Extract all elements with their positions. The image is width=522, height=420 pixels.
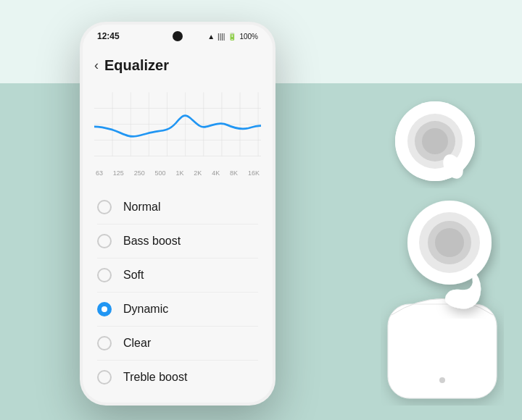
earbud-left bbox=[399, 188, 508, 319]
app-header: ‹ Equalizer bbox=[83, 48, 273, 83]
signal-icon: |||| bbox=[218, 33, 225, 41]
svg-point-17 bbox=[422, 128, 448, 154]
notch bbox=[173, 31, 183, 41]
status-time: 12:45 bbox=[97, 31, 120, 41]
eq-label-125: 125 bbox=[113, 169, 124, 177]
radio-clear[interactable] bbox=[97, 336, 112, 350]
option-bass-boost-label: Bass boost bbox=[123, 235, 181, 248]
option-treble-boost[interactable]: Treble boost bbox=[83, 361, 273, 394]
eq-label-500: 500 bbox=[155, 169, 166, 177]
radio-bass-boost[interactable] bbox=[97, 234, 112, 248]
eq-options: Normal Bass boost Soft Dynamic bbox=[83, 188, 273, 397]
option-normal[interactable]: Normal bbox=[83, 190, 273, 224]
radio-normal[interactable] bbox=[97, 200, 112, 214]
option-clear[interactable]: Clear bbox=[83, 327, 273, 360]
page-title: Equalizer bbox=[104, 57, 169, 74]
status-icons: ▲ |||| 🔋 100% bbox=[207, 33, 258, 41]
earbud-right bbox=[388, 94, 482, 188]
eq-chart bbox=[94, 88, 261, 168]
option-bass-boost[interactable]: Bass boost bbox=[83, 224, 273, 258]
option-dynamic-label: Dynamic bbox=[123, 303, 168, 316]
eq-labels: 63 125 250 500 1K 2K 4K 8K 16K bbox=[94, 169, 261, 177]
option-normal-label: Normal bbox=[123, 201, 161, 214]
svg-point-22 bbox=[435, 228, 464, 257]
battery-icon: 🔋 bbox=[228, 33, 236, 41]
eq-label-63: 63 bbox=[96, 169, 103, 177]
radio-dynamic[interactable] bbox=[97, 302, 112, 316]
radio-treble-boost[interactable] bbox=[97, 370, 112, 385]
phone-inner: 12:45 ▲ |||| 🔋 100% ‹ Equalizer bbox=[83, 25, 273, 403]
eq-label-1k: 1K bbox=[175, 169, 183, 177]
svg-point-24 bbox=[439, 377, 445, 383]
eq-svg bbox=[94, 88, 261, 168]
option-dynamic[interactable]: Dynamic bbox=[83, 293, 273, 326]
back-button[interactable]: ‹ bbox=[94, 58, 99, 73]
scene: 12:45 ▲ |||| 🔋 100% ‹ Equalizer bbox=[0, 0, 522, 420]
option-clear-label: Clear bbox=[123, 337, 151, 350]
eq-label-16k: 16K bbox=[248, 169, 260, 177]
eq-chart-container: 63 125 250 500 1K 2K 4K 8K 16K bbox=[83, 83, 273, 188]
battery-label: 100% bbox=[239, 33, 258, 41]
eq-label-8k: 8K bbox=[230, 169, 238, 177]
option-soft-label: Soft bbox=[123, 269, 144, 282]
radio-soft[interactable] bbox=[97, 268, 112, 282]
option-soft[interactable]: Soft bbox=[83, 259, 273, 292]
option-treble-boost-label: Treble boost bbox=[123, 371, 187, 384]
phone: 12:45 ▲ |||| 🔋 100% ‹ Equalizer bbox=[80, 22, 276, 406]
status-bar: 12:45 ▲ |||| 🔋 100% bbox=[83, 25, 273, 48]
eq-label-250: 250 bbox=[134, 169, 145, 177]
wifi-icon: ▲ bbox=[207, 33, 215, 41]
eq-label-4k: 4K bbox=[212, 169, 220, 177]
eq-label-2k: 2K bbox=[194, 169, 202, 177]
